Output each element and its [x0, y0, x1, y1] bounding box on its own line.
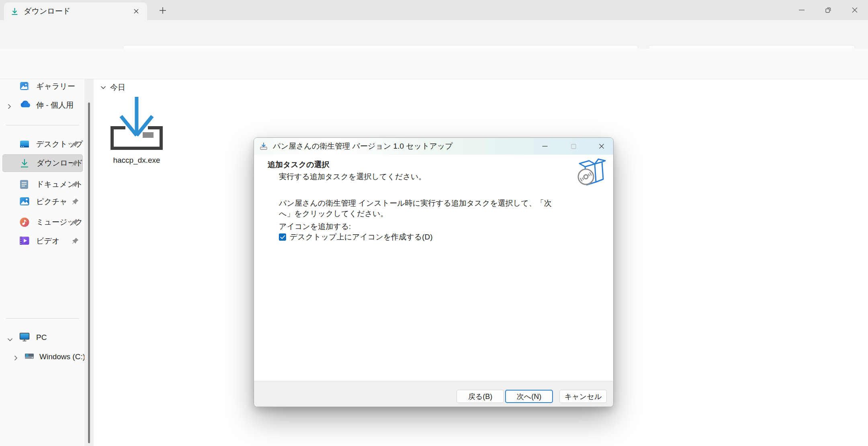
- pc-monitor-icon: [19, 332, 30, 344]
- desktop-icon: [19, 139, 30, 151]
- pictures-icon: [19, 196, 30, 208]
- sidebar-item-label: ピクチャ: [36, 196, 68, 207]
- dialog-title: パン屋さんの衛生管理 バージョン 1.0 セットアップ: [273, 141, 453, 151]
- sidebar-item-documents[interactable]: ドキュメント: [2, 176, 83, 193]
- file-name-label: haccp_dx.exe: [96, 156, 177, 165]
- document-icon: [19, 179, 29, 192]
- pin-icon: [72, 198, 79, 207]
- dialog-body: 追加タスクの選択 実行する追加タスクを選択してください。: [254, 155, 613, 381]
- dialog-minimize-button[interactable]: [540, 141, 550, 151]
- command-toolbar: 新規作成 並べ替え 表示 詳細: [0, 49, 868, 79]
- dialog-footer: 戻る(B) 次へ(N) キャンセル: [254, 381, 613, 407]
- dialog-maximize-button[interactable]: [569, 141, 578, 151]
- group-header-today[interactable]: 今日: [100, 82, 125, 93]
- sidebar-item-label: PC: [36, 333, 47, 342]
- back-button[interactable]: 戻る(B): [457, 390, 504, 403]
- pin-icon: [72, 160, 78, 169]
- dialog-titlebar[interactable]: パン屋さんの衛生管理 バージョン 1.0 セットアップ: [254, 138, 613, 155]
- sidebar-item-label: ギャラリー: [36, 81, 75, 92]
- sidebar-item-gallery[interactable]: ギャラリー: [2, 78, 83, 95]
- sidebar-item-label: ビデオ: [36, 236, 59, 246]
- onedrive-cloud-icon: [19, 100, 31, 110]
- window-restore-button[interactable]: [815, 0, 841, 20]
- sidebar-divider: [6, 318, 79, 319]
- sidebar-item-desktop[interactable]: デスクトップ: [2, 135, 83, 153]
- tab-close-icon[interactable]: [131, 6, 141, 16]
- chevron-right-icon[interactable]: [7, 102, 11, 111]
- sidebar-item-downloads[interactable]: ダウンロード: [2, 154, 83, 172]
- sidebar-item-label: 伸 - 個人用: [36, 100, 74, 110]
- installer-file-icon: [106, 95, 167, 151]
- tab-downloads[interactable]: ダウンロード: [4, 2, 147, 20]
- sidebar-divider: [6, 125, 79, 125]
- chevron-down-icon[interactable]: [7, 335, 13, 344]
- window-minimize-button[interactable]: [788, 0, 815, 20]
- setup-dialog: パン屋さんの衛生管理 バージョン 1.0 セットアップ 追加タスクの選択 実行す…: [254, 137, 614, 407]
- tab-bar: ダウンロード: [0, 0, 868, 20]
- pin-icon: [72, 237, 79, 246]
- next-button[interactable]: 次へ(N): [505, 390, 553, 403]
- sidebar-item-onedrive[interactable]: 伸 - 個人用: [2, 96, 83, 114]
- pin-icon: [72, 141, 79, 149]
- gallery-icon: [19, 81, 30, 94]
- videos-icon: [19, 236, 30, 248]
- chevron-right-icon[interactable]: [14, 354, 18, 363]
- sidebar-item-pc[interactable]: PC: [2, 329, 83, 346]
- dialog-instruction-text: パン屋さんの衛生管理 インストール時に実行する追加タスクを選択して、「次へ」をク…: [279, 198, 552, 219]
- setup-app-icon: [259, 142, 268, 150]
- sidebar-scrollbar-thumb[interactable]: [88, 102, 90, 443]
- sidebar-item-pictures[interactable]: ピクチャ: [2, 193, 83, 211]
- desktop-icon-checkbox[interactable]: [279, 233, 286, 241]
- sidebar-scrollbar-track[interactable]: [84, 79, 94, 446]
- download-icon: [11, 8, 18, 15]
- file-haccp-dx-exe[interactable]: haccp_dx.exe: [96, 95, 177, 165]
- pin-icon: [72, 181, 79, 190]
- window-controls: [788, 0, 868, 20]
- package-cd-icon: [575, 158, 607, 190]
- dialog-header-title: 追加タスクの選択: [268, 160, 330, 170]
- dialog-close-button[interactable]: [597, 141, 606, 151]
- sidebar-item-windows-c[interactable]: Windows (C:): [2, 348, 83, 366]
- chevron-down-icon[interactable]: [100, 86, 106, 90]
- sidebar-item-music[interactable]: ミュージック: [2, 213, 83, 231]
- new-tab-button[interactable]: [158, 5, 168, 16]
- download-icon: [20, 158, 29, 170]
- window-close-button[interactable]: [841, 0, 868, 20]
- navigation-pane: ギャラリー 伸 - 個人用 デスクトップ ダウンロード ドキュメン: [0, 79, 84, 446]
- drive-icon: [24, 352, 35, 362]
- pin-icon: [72, 219, 79, 227]
- sidebar-item-videos[interactable]: ビデオ: [2, 232, 83, 250]
- checkbox-label[interactable]: デスクトップ上にアイコンを作成する(D): [290, 232, 433, 242]
- group-header-label: 今日: [110, 82, 125, 93]
- cancel-button[interactable]: キャンセル: [559, 390, 607, 403]
- dialog-header-subtitle: 実行する追加タスクを選択してください。: [279, 172, 426, 182]
- sidebar-item-label: Windows (C:): [39, 352, 85, 361]
- tab-label: ダウンロード: [24, 6, 131, 16]
- address-row: ダウンロード: [0, 20, 868, 49]
- music-icon: [19, 217, 30, 229]
- dialog-group-label: アイコンを追加する:: [279, 221, 351, 232]
